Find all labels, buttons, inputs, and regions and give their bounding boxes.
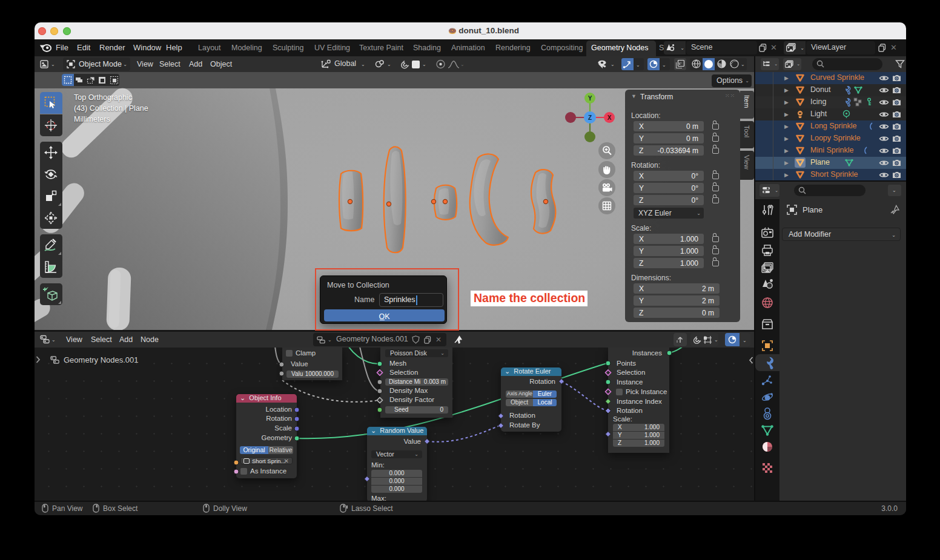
svg-text:X: X bbox=[607, 114, 612, 121]
svg-text:Y: Y bbox=[588, 95, 592, 102]
svg-text:Z: Z bbox=[588, 114, 592, 121]
